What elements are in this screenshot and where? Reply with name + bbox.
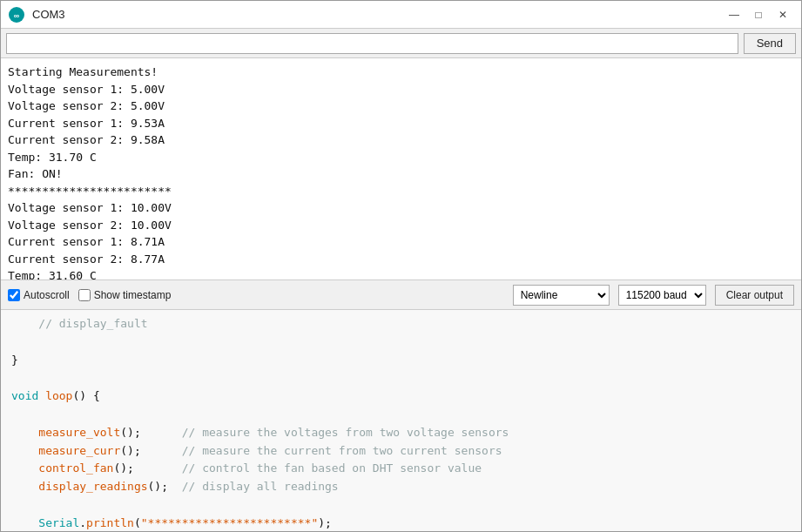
send-button[interactable]: Send (744, 33, 796, 54)
bottom-bar: Autoscroll Show timestamp Newline No lin… (1, 280, 801, 310)
show-timestamp-checkbox[interactable] (78, 289, 91, 301)
title-bar: ∞ COM3 — □ ✕ (1, 1, 801, 29)
arduino-logo: ∞ (8, 6, 25, 24)
show-timestamp-text: Show timestamp (94, 289, 172, 301)
autoscroll-text: Autoscroll (24, 289, 70, 301)
minimize-button[interactable]: — (723, 5, 745, 24)
clear-output-button[interactable]: Clear output (715, 285, 794, 306)
show-timestamp-label[interactable]: Show timestamp (78, 289, 172, 301)
main-window: ∞ COM3 — □ ✕ Send Starting Measurements!… (0, 0, 802, 532)
window-title: COM3 (32, 8, 723, 21)
autoscroll-checkbox[interactable] (8, 289, 20, 301)
newline-select[interactable]: Newline No line ending Carriage return B… (513, 285, 610, 306)
serial-output-text: Starting Measurements! Voltage sensor 1:… (8, 64, 794, 280)
code-area[interactable]: // display_fault } void loop() { measure… (1, 310, 801, 531)
svg-text:∞: ∞ (14, 11, 20, 20)
code-text: // display_fault } void loop() { measure… (11, 315, 791, 531)
autoscroll-label[interactable]: Autoscroll (8, 289, 70, 301)
serial-output-area[interactable]: Starting Measurements! Voltage sensor 1:… (1, 58, 801, 280)
maximize-button[interactable]: □ (747, 5, 770, 24)
serial-send-input[interactable] (6, 33, 738, 54)
close-button[interactable]: ✕ (772, 5, 794, 24)
send-row: Send (1, 29, 801, 58)
baud-rate-select[interactable]: 300 baud 1200 baud 2400 baud 4800 baud 9… (618, 285, 706, 306)
window-controls: — □ ✕ (723, 5, 794, 24)
